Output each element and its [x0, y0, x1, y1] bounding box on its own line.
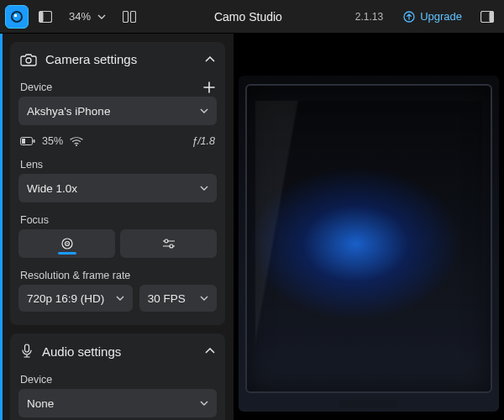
video-preview[interactable]	[234, 34, 504, 420]
zoom-dropdown[interactable]: 34%	[62, 5, 113, 29]
svg-rect-17	[25, 344, 29, 352]
device-label: Device	[20, 81, 52, 93]
camera-settings-title: Camera settings	[45, 52, 197, 66]
focus-auto-button[interactable]	[18, 229, 115, 258]
chevron-up-icon	[205, 56, 215, 63]
battery-value: 35%	[42, 135, 63, 147]
sidebar: Camera settings Device Akshya's iPhone	[0, 34, 234, 420]
chevron-down-icon	[200, 401, 208, 406]
target-icon	[60, 236, 75, 251]
chevron-down-icon	[200, 296, 208, 301]
device-status: 35% ƒ/1.8	[10, 132, 225, 154]
camera-icon	[20, 53, 37, 66]
toggle-right-panel-button[interactable]	[475, 5, 499, 29]
right-panel-icon	[480, 11, 494, 23]
sliders-icon	[161, 238, 176, 249]
camera-settings-panel: Camera settings Device Akshya's iPhone	[10, 42, 225, 325]
svg-point-16	[170, 244, 173, 248]
chevron-up-icon	[205, 348, 215, 354]
lens-select[interactable]: Wide 1.0x	[18, 174, 217, 202]
monitor-bezel	[245, 84, 492, 393]
resolution-label-row: Resolution & frame rate	[10, 265, 225, 285]
svg-rect-10	[34, 139, 35, 143]
battery-icon	[20, 137, 35, 145]
plus-icon[interactable]	[203, 81, 215, 93]
chevron-down-icon	[97, 14, 106, 19]
wifi-icon	[70, 136, 83, 146]
camera-settings-header[interactable]: Camera settings	[10, 42, 225, 76]
upgrade-button[interactable]: Upgrade	[395, 5, 470, 29]
upgrade-icon	[403, 11, 415, 23]
lens-label: Lens	[20, 159, 43, 171]
audio-settings-panel: Audio settings Device None	[10, 333, 225, 420]
app-version: 2.1.13	[355, 11, 383, 23]
chevron-down-icon	[200, 186, 208, 191]
app-title: Camo Studio	[214, 10, 282, 24]
split-icon	[123, 11, 136, 23]
audio-device-label-row: Device	[10, 369, 225, 389]
main-area: Camera settings Device Akshya's iPhone	[0, 34, 504, 420]
titlebar: 34% Camo Studio 2.1.13 Upgrade	[0, 0, 504, 34]
compare-button[interactable]	[118, 5, 141, 29]
audio-settings-title: Audio settings	[42, 344, 197, 359]
svg-rect-9	[22, 139, 25, 144]
svg-rect-6	[490, 11, 494, 22]
toggle-sidebar-button[interactable]	[34, 5, 57, 29]
lens-label-row: Lens	[10, 154, 225, 174]
upgrade-label: Upgrade	[420, 10, 462, 23]
audio-device-select[interactable]: None	[18, 389, 217, 417]
focus-label-row: Focus	[10, 209, 225, 229]
svg-rect-3	[131, 11, 136, 22]
audio-device-value: None	[27, 397, 54, 410]
svg-point-15	[165, 239, 168, 243]
resolution-select[interactable]: 720p 16:9 (HD)	[18, 285, 133, 312]
chevron-down-icon	[116, 296, 124, 301]
device-label-row: Device	[10, 76, 225, 97]
svg-point-7	[26, 58, 31, 63]
fps-value: 30 FPS	[148, 292, 186, 305]
sidebar-icon	[39, 11, 52, 23]
focus-label: Focus	[20, 214, 49, 226]
svg-point-11	[76, 144, 77, 146]
audio-settings-header[interactable]: Audio settings	[10, 333, 225, 369]
svg-rect-1	[39, 11, 44, 22]
lens-icon	[11, 11, 23, 23]
preview-frame	[239, 76, 499, 412]
fps-select[interactable]: 30 FPS	[139, 285, 217, 312]
focus-mode-segment	[18, 229, 217, 258]
chevron-down-icon	[200, 108, 208, 113]
audio-device-label: Device	[20, 374, 52, 386]
zoom-value: 34%	[69, 10, 91, 23]
focus-manual-button[interactable]	[120, 229, 217, 258]
aperture-value: ƒ/1.8	[192, 135, 215, 147]
device-value: Akshya's iPhone	[27, 105, 110, 118]
app-icon	[5, 5, 29, 29]
device-select[interactable]: Akshya's iPhone	[18, 97, 217, 125]
microphone-icon	[20, 344, 34, 359]
svg-rect-2	[123, 11, 129, 22]
resolution-label: Resolution & frame rate	[20, 270, 130, 281]
lens-value: Wide 1.0x	[27, 182, 77, 195]
resolution-value: 720p 16:9 (HD)	[27, 292, 104, 305]
monitor-base	[339, 400, 398, 408]
svg-point-14	[66, 243, 68, 244]
